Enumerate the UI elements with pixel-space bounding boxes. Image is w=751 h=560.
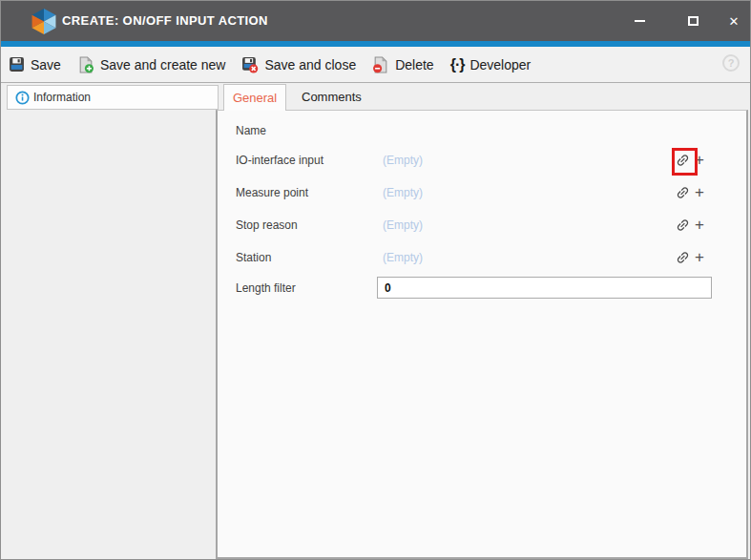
- info-icon: [15, 91, 30, 105]
- maximize-button[interactable]: [678, 1, 708, 41]
- add-icon[interactable]: +: [695, 149, 704, 172]
- delete-button[interactable]: Delete: [372, 56, 433, 73]
- document-plus-icon: [77, 56, 94, 73]
- maximize-icon: [688, 16, 699, 26]
- link-icon[interactable]: [675, 250, 691, 265]
- developer-button[interactable]: {·} Developer: [450, 56, 532, 73]
- add-icon[interactable]: +: [695, 181, 704, 204]
- sidebar-item-label: Information: [33, 91, 91, 104]
- field-label-measure-point: Measure point: [236, 181, 308, 204]
- field-value-measure-point[interactable]: (Empty): [383, 181, 423, 204]
- field-label-stop-reason: Stop reason: [236, 214, 298, 237]
- field-row-stop-reason: Stop reason (Empty) +: [218, 214, 746, 237]
- field-row-io-interface-input: IO-interface input (Empty) +: [218, 149, 746, 172]
- toolbar: Save Save and create new Save and close: [1, 47, 750, 83]
- field-label-length-filter: Length filter: [236, 277, 296, 300]
- developer-label: Developer: [469, 57, 531, 73]
- title-bar: CREATE: ON/OFF INPUT ACTION ✕: [1, 1, 750, 41]
- form-panel: Name IO-interface input (Empty) + Measur…: [216, 110, 748, 559]
- save-create-new-button[interactable]: Save and create new: [77, 56, 226, 73]
- sidebar-item-information[interactable]: Information: [7, 85, 219, 110]
- app-logo-icon: [31, 9, 56, 34]
- delete-label: Delete: [395, 57, 433, 73]
- floppy-save-icon: [9, 56, 25, 73]
- field-row-length-filter: Length filter: [218, 277, 746, 300]
- field-label-io-interface-input: IO-interface input: [236, 149, 323, 172]
- document-delete-icon: [372, 56, 389, 73]
- field-row-station: Station (Empty) +: [218, 246, 746, 269]
- minimize-icon: [635, 20, 645, 22]
- link-icon[interactable]: [675, 185, 691, 200]
- save-label: Save: [31, 57, 61, 73]
- help-icon[interactable]: ?: [722, 54, 740, 72]
- add-icon[interactable]: +: [695, 246, 704, 269]
- field-value-stop-reason[interactable]: (Empty): [383, 214, 423, 237]
- close-button[interactable]: ✕: [719, 1, 749, 41]
- save-close-label: Save and close: [264, 57, 356, 73]
- add-icon[interactable]: +: [695, 214, 704, 237]
- braces-icon: {·}: [450, 56, 465, 73]
- tab-general[interactable]: General: [223, 84, 286, 111]
- field-row-measure-point: Measure point (Empty) +: [218, 181, 746, 204]
- field-label-name: Name: [236, 119, 266, 142]
- floppy-close-icon: [241, 56, 259, 73]
- dialog-window: CREATE: ON/OFF INPUT ACTION ✕ Save: [0, 0, 751, 560]
- field-row-name: Name: [218, 119, 746, 142]
- length-filter-input[interactable]: [377, 277, 712, 299]
- save-close-button[interactable]: Save and close: [241, 56, 356, 73]
- save-button[interactable]: Save: [9, 56, 61, 73]
- save-create-new-label: Save and create new: [100, 57, 226, 73]
- field-label-station: Station: [236, 246, 271, 269]
- minimize-button[interactable]: [624, 1, 655, 41]
- window-title: CREATE: ON/OFF INPUT ACTION: [62, 1, 268, 41]
- link-icon[interactable]: [675, 153, 691, 168]
- link-icon[interactable]: [675, 218, 691, 233]
- field-value-io-interface-input[interactable]: (Empty): [383, 149, 423, 172]
- field-value-station[interactable]: (Empty): [383, 246, 423, 269]
- tab-comments[interactable]: Comments: [286, 84, 377, 111]
- close-icon: ✕: [729, 14, 740, 29]
